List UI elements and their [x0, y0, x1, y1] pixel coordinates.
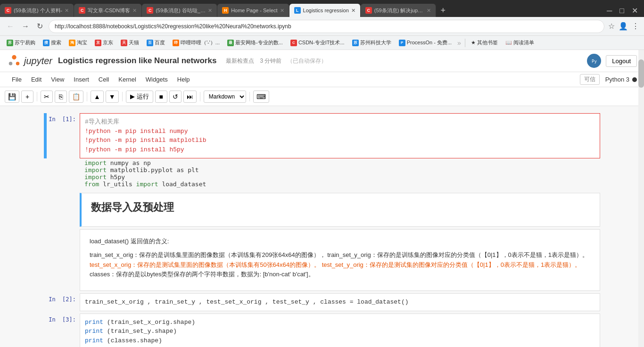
tab5-close[interactable]: ✕	[351, 8, 355, 14]
cell-1-content[interactable]: #导入相关库 !python -m pip install numpy !pyt…	[80, 113, 600, 158]
tianmao-label: 天猫	[129, 39, 139, 46]
tab6-close[interactable]: ✕	[427, 8, 431, 14]
cell-1[interactable]: In [1]: #导入相关库 !python -m pip install nu…	[44, 113, 600, 190]
tab4-title: Home Page - Select	[231, 8, 277, 13]
add-cell-button[interactable]: +	[21, 91, 33, 103]
browser-tab-2[interactable]: C 写文章-CSDN博客 ✕	[74, 4, 142, 17]
bookmark-csdn[interactable]: C CSDN-专业IT技术...	[288, 38, 347, 47]
save-button[interactable]: 💾	[5, 91, 19, 103]
bookmark-baidu[interactable]: 百 百度	[144, 38, 168, 47]
tab1-close[interactable]: ✕	[65, 8, 69, 14]
notebook-name[interactable]: Logistics regression like Neural network…	[58, 56, 216, 66]
tab3-close[interactable]: ✕	[208, 8, 212, 14]
kernel-status-dot	[632, 77, 637, 82]
cell-4-row: In [2]: train_set_x_orig , train_set_y ,…	[44, 293, 600, 311]
cell-1-import-area: import numpy as np import matplotlib.pyp…	[80, 158, 600, 190]
bookmark-suning[interactable]: 苏 苏宁易购	[4, 38, 38, 47]
maximize-button[interactable]: □	[616, 5, 628, 17]
browser-tab-3[interactable]: C (59条消息) 谷咕哒_CS ✕	[142, 4, 217, 17]
minimize-button[interactable]: ─	[603, 5, 616, 17]
menu-help[interactable]: Help	[173, 74, 195, 85]
cell-3[interactable]: load_dataset() 返回值的含义: train_set_x_orig：…	[44, 229, 600, 291]
menu-insert[interactable]: Insert	[69, 74, 94, 85]
bookmark-sutech[interactable]: 苏 苏州科技大学	[349, 38, 394, 47]
browser-tab-5[interactable]: L Logistics regression ✕	[289, 4, 361, 17]
cell-type-select[interactable]: Markdown Code Raw	[204, 91, 246, 103]
cell-2-in	[47, 193, 80, 227]
menu-kernel[interactable]: Kernel	[114, 74, 141, 85]
move-up-button[interactable]: ▲	[91, 91, 104, 103]
toolbar-sep5	[249, 92, 250, 101]
menu-file[interactable]: File	[7, 74, 26, 85]
browser-tab-4[interactable]: H Home Page - Select ✕	[217, 4, 289, 17]
bookmark-star-icon[interactable]: ☆	[608, 22, 615, 31]
close-window-button[interactable]: ✕	[628, 4, 642, 17]
cell-4[interactable]: In [2]: train_set_x_orig , train_set_y ,…	[44, 293, 600, 311]
sutech-icon: 苏	[352, 40, 359, 46]
tab4-close[interactable]: ✕	[280, 8, 284, 14]
restart-button[interactable]: ↺	[169, 91, 182, 103]
cell-2[interactable]: 数据导入及预处理	[44, 193, 600, 227]
baidu-icon: 百	[147, 40, 153, 46]
copy-button[interactable]: ⎘	[55, 91, 67, 103]
cell-3-row: load_dataset() 返回值的含义: train_set_x_orig：…	[44, 229, 600, 291]
run-button[interactable]: ▶ 运行	[126, 91, 153, 103]
bilibili-icon: 哔	[173, 40, 179, 46]
other-bookmarks-label: 其他书签	[477, 39, 498, 46]
bookmark-search[interactable]: 搜 搜索	[40, 38, 64, 47]
bookmark-jd[interactable]: 京 京东	[92, 38, 116, 47]
address-input[interactable]	[49, 20, 604, 33]
bookmark-bilibili[interactable]: 哔 哔哩哔哩（'-'）...	[170, 38, 223, 47]
bookmark-zuian[interactable]: 最 最安网络-专业的数...	[224, 38, 286, 47]
menu-cell[interactable]: Cell	[94, 74, 114, 85]
cell-4-content[interactable]: train_set_x_orig , train_set_y , test_se…	[80, 293, 600, 311]
settings-icon[interactable]: ⋮	[632, 22, 639, 31]
move-down-button[interactable]: ▼	[106, 91, 119, 103]
code-cmd-2: !python -m pip install matplotlib	[85, 137, 206, 144]
browser-tab-1[interactable]: C (59条消息) 个人资料- ✕	[0, 4, 74, 17]
menu-view[interactable]: View	[46, 74, 69, 85]
cut-button[interactable]: ✂	[41, 91, 53, 103]
scrollbar-track[interactable]	[638, 50, 644, 347]
notebook-content[interactable]: In [1]: #导入相关库 !python -m pip install nu…	[0, 106, 644, 347]
cell-5[interactable]: In [3]: print (train_set_x_orig.shape) p…	[44, 314, 600, 347]
paste-button[interactable]: 📋	[69, 91, 83, 103]
bookmark-readlist[interactable]: 📖 阅读清单	[503, 38, 537, 47]
loaddataset-desc: train_set_x_orig：保存的是训练集里面的图像数据（本训练集有209…	[90, 250, 590, 280]
desc-test-y: test_set_y_orig：保存的是测试集的图像对应的分类值（【0|1】，0…	[322, 261, 581, 268]
profile-icon[interactable]: 👤	[619, 22, 628, 31]
bookmark-taobao[interactable]: 淘 淘宝	[66, 38, 90, 47]
menu-edit[interactable]: Edit	[26, 74, 46, 85]
logout-button[interactable]: Logout	[606, 55, 637, 67]
cell-2-markdown: 数据导入及预处理	[82, 193, 600, 226]
keyboard-button[interactable]: ⌨	[253, 91, 269, 103]
bookmark-tianmao[interactable]: 天 天猫	[118, 38, 142, 47]
bookmark-other[interactable]: ★ 其他书签	[468, 38, 501, 47]
import-numpy-text: numpy as np	[107, 159, 151, 166]
scrollbar-thumb[interactable]	[638, 59, 644, 88]
section-heading: 数据导入及预处理	[91, 200, 590, 215]
tab2-close[interactable]: ✕	[132, 8, 137, 14]
stop-button[interactable]: ■	[155, 91, 167, 103]
restart-run-button[interactable]: ⏭	[183, 91, 197, 103]
toolbar-sep3	[122, 92, 123, 101]
back-button[interactable]: ←	[5, 21, 16, 32]
folder-icon: ★	[471, 40, 476, 46]
cell-2-content[interactable]: 数据导入及预处理	[80, 193, 600, 227]
baidu-label: 百度	[155, 39, 165, 46]
import-kw: import	[136, 181, 158, 188]
cell-3-content[interactable]: load_dataset() 返回值的含义: train_set_x_orig：…	[80, 229, 600, 291]
new-tab-button[interactable]: +	[436, 4, 450, 17]
import-matplotlib: import	[84, 166, 107, 174]
browser-tab-6[interactable]: C (59条消息) 解决jupyt... ✕	[361, 4, 436, 17]
import-h5py: import	[84, 174, 107, 181]
header-right: Py Logout	[587, 54, 637, 68]
forward-button[interactable]: →	[20, 21, 31, 32]
print-kw-1: print	[85, 319, 103, 326]
refresh-button[interactable]: ↻	[35, 21, 45, 32]
menu-widgets[interactable]: Widgets	[141, 74, 173, 85]
readlist-label: 阅读清单	[513, 39, 534, 46]
bookmark-processon[interactable]: P ProcessOn - 免费...	[396, 38, 454, 47]
print-arg-2: (train_set_y.shape)	[107, 328, 177, 335]
cell-5-content[interactable]: print (train_set_x_orig.shape) print (tr…	[80, 314, 600, 347]
